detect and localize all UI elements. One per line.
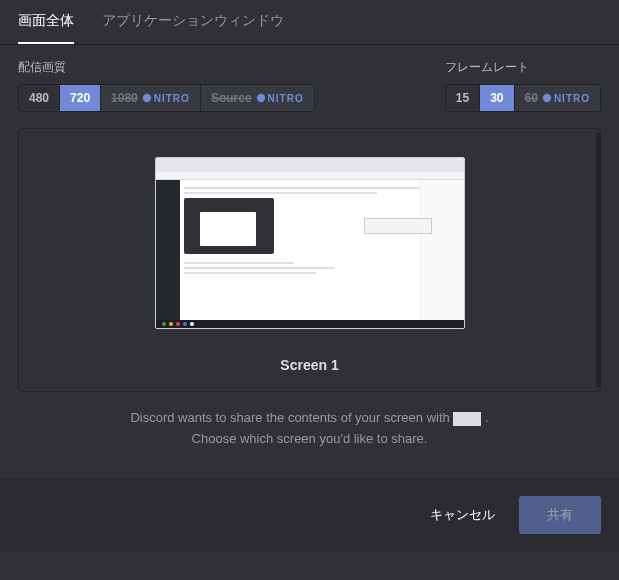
share-button[interactable]: 共有 [519, 496, 601, 534]
nitro-badge-icon: NITRO [542, 93, 590, 104]
nitro-badge-icon: NITRO [142, 93, 190, 104]
framerate-group: フレームレート 15 30 60 NITRO [445, 59, 601, 112]
svg-point-2 [543, 94, 551, 102]
screen-label: Screen 1 [67, 357, 552, 373]
framerate-60-text: 60 [525, 91, 538, 105]
quality-720[interactable]: 720 [60, 85, 101, 111]
tab-app-window[interactable]: アプリケーションウィンドウ [102, 0, 284, 44]
tab-bar: 画面全体 アプリケーションウィンドウ [0, 0, 619, 45]
quality-1080-nitro[interactable]: 1080 NITRO [101, 85, 201, 111]
screen-preview-area: Screen 1 [18, 128, 601, 392]
framerate-options: 15 30 60 NITRO [445, 84, 601, 112]
share-prompt: Discord wants to share the contents of y… [0, 402, 619, 478]
framerate-label: フレームレート [445, 59, 601, 76]
share-target-blank [453, 412, 481, 426]
dialog-footer: キャンセル 共有 [0, 478, 619, 552]
quality-options: 480 720 1080 NITRO Source NITRO [18, 84, 315, 112]
svg-point-0 [143, 94, 151, 102]
framerate-30[interactable]: 30 [480, 85, 514, 111]
quality-1080-text: 1080 [111, 91, 138, 105]
tab-entire-screen[interactable]: 画面全体 [18, 0, 74, 44]
screen-thumbnail[interactable] [155, 157, 465, 329]
framerate-15[interactable]: 15 [446, 85, 480, 111]
settings-row: 配信画質 480 720 1080 NITRO Source NITRO フレー… [0, 45, 619, 118]
quality-source-text: Source [211, 91, 252, 105]
quality-group: 配信画質 480 720 1080 NITRO Source NITRO [18, 59, 315, 112]
nitro-badge-icon: NITRO [256, 93, 304, 104]
framerate-60-nitro[interactable]: 60 NITRO [515, 85, 600, 111]
quality-480[interactable]: 480 [19, 85, 60, 111]
share-prompt-line1: Discord wants to share the contents of y… [130, 410, 453, 425]
quality-label: 配信画質 [18, 59, 315, 76]
svg-point-1 [256, 94, 264, 102]
share-prompt-line2: Choose which screen you'd like to share. [192, 431, 428, 446]
cancel-button[interactable]: キャンセル [414, 496, 511, 534]
quality-source-nitro[interactable]: Source NITRO [201, 85, 314, 111]
